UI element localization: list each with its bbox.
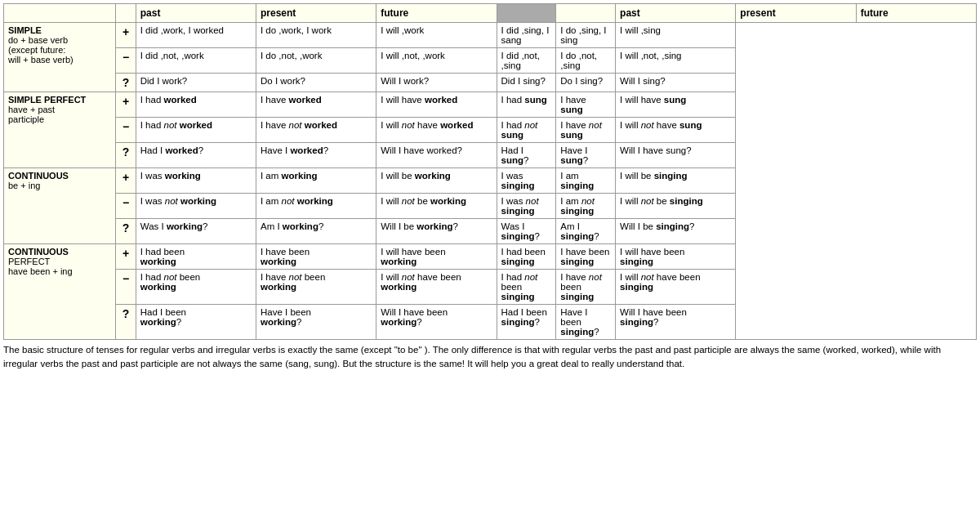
cell-1-1-present2: I have not sung [556,118,616,143]
cell-2-1-future2: I will not be singing [616,194,736,219]
cell-0-1-future: I will ,not, ,work [376,48,497,74]
header-past2: past [616,4,736,23]
cell-1-0-past: I had worked [136,92,256,118]
cell-2-1-past2: I was not singing [497,194,556,219]
sign-1-1: − [116,118,136,143]
cell-0-1-past: I did ,not, ,work [136,48,256,74]
cell-0-2-present: Do I work? [256,74,376,92]
cell-1-1-future: I will not have worked [376,118,497,143]
table-row: ?Was I working?Am I working?Will I be wo… [4,219,977,244]
cell-1-2-past: Had I worked? [136,143,256,168]
header-empty1 [4,4,116,23]
cell-2-2-future2: Will I be singing? [616,219,736,244]
sign-0-2: ? [116,74,136,92]
table-row: −I had not beenworkingI have not beenwor… [4,270,977,305]
cell-3-2-present2: Have I beensinging? [556,305,616,340]
cell-2-1-present: I am not working [256,194,376,219]
cell-0-1-future2: I will ,not, ,sing [616,48,736,74]
cell-0-1-past2: I did ,not, ,sing [497,48,556,74]
cell-3-0-present: I have beenworking [256,244,376,270]
cell-1-0-present: I have worked [256,92,376,118]
cell-0-1-present: I do ,not, ,work [256,48,376,74]
header-present: present [256,4,376,23]
cell-3-0-past: I had beenworking [136,244,256,270]
cell-0-2-present2: Do I sing? [556,74,616,92]
cell-3-1-past: I had not beenworking [136,270,256,305]
category-2: CONTINUOUS be + ing [4,168,116,244]
cell-3-2-present: Have I beenworking? [256,305,376,340]
cell-2-0-past: I was working [136,168,256,194]
cell-0-2-future: Will I work? [376,74,497,92]
header-present2: present [736,4,856,23]
cell-0-2-past: Did I work? [136,74,256,92]
cell-1-2-present2: Have I sung? [556,143,616,168]
cell-0-1-present2: I do ,not, ,sing [556,48,616,74]
cell-3-2-past2: Had I beensinging? [497,305,556,340]
cell-3-0-future: I will have beenworking [376,244,497,270]
cell-2-2-present: Am I working? [256,219,376,244]
table-row: −I did ,not, ,workI do ,not, ,workI will… [4,48,977,74]
cell-0-0-present2: I do ,sing, I sing [556,23,616,48]
cell-1-1-present: I have not worked [256,118,376,143]
cell-1-0-future2: I will have sung [616,92,736,118]
sign-3-2: ? [116,305,136,340]
cell-0-0-future: I will ,work [376,23,497,48]
table-row: −I was not workingI am not workingI will… [4,194,977,219]
cell-3-1-present2: I have not beensinging [556,270,616,305]
cell-3-2-future: Will I have beenworking? [376,305,497,340]
cell-3-1-future: I will not have beenworking [376,270,497,305]
header-past: past [136,4,256,23]
cell-3-0-past2: I had beensinging [497,244,556,270]
header-empty2 [116,4,136,23]
table-row: ?Did I work?Do I work?Will I work?Did I … [4,74,977,92]
cell-2-0-present: I am working [256,168,376,194]
table-row: SIMPLE do + base verb (except future: wi… [4,23,977,48]
cell-1-0-present2: I have sung [556,92,616,118]
cell-2-1-present2: I am not singing [556,194,616,219]
cell-3-0-present2: I have beensinging [556,244,616,270]
cell-1-1-future2: I will not have sung [616,118,736,143]
cell-0-0-future2: I will ,sing [616,23,736,48]
category-3: CONTINUOUS PERFECT have been + ing [4,244,116,340]
table-row: −I had not workedI have not workedI will… [4,118,977,143]
sign-1-2: ? [116,143,136,168]
cell-2-0-future2: I will be singing [616,168,736,194]
header-future: future [376,4,497,23]
cell-2-0-present2: I am singing [556,168,616,194]
table-row: ?Had I worked?Have I worked?Will I have … [4,143,977,168]
cell-1-0-past2: I had sung [497,92,556,118]
category-0: SIMPLE do + base verb (except future: wi… [4,23,116,92]
cell-1-1-past: I had not worked [136,118,256,143]
sign-2-1: − [116,194,136,219]
cell-3-2-future2: Will I have beensinging? [616,305,736,340]
sign-1-0: + [116,92,136,118]
sign-3-1: − [116,270,136,305]
sign-0-0: + [116,23,136,48]
cell-0-0-past2: I did ,sing, I sang [497,23,556,48]
cell-2-1-future: I will not be working [376,194,497,219]
cell-3-1-present: I have not beenworking [256,270,376,305]
cell-3-2-past: Had I beenworking? [136,305,256,340]
cell-2-2-past: Was I working? [136,219,256,244]
cell-2-2-present2: Am I singing? [556,219,616,244]
header-empty3 [556,4,616,23]
sign-2-0: + [116,168,136,194]
footer-text: The basic structure of tenses for regula… [3,343,977,372]
header-future2: future [856,4,976,23]
grammar-table: past present future past present future … [3,3,977,340]
table-header: past present future past present future [4,4,977,23]
cell-2-2-future: Will I be working? [376,219,497,244]
sign-2-2: ? [116,219,136,244]
table-row: SIMPLE PERFECT have + past participle+I … [4,92,977,118]
sign-3-0: + [116,244,136,270]
sign-0-1: − [116,48,136,74]
cell-2-0-past2: I was singing [497,168,556,194]
cell-3-0-future2: I will have beensinging [616,244,736,270]
cell-2-2-past2: Was I singing? [497,219,556,244]
cell-1-2-past2: Had I sung? [497,143,556,168]
cell-1-2-present: Have I worked? [256,143,376,168]
cell-0-2-future2: Will I sing? [616,74,736,92]
cell-1-1-past2: I had not sung [497,118,556,143]
cell-1-2-future: Will I have worked? [376,143,497,168]
cell-1-0-future: I will have worked [376,92,497,118]
